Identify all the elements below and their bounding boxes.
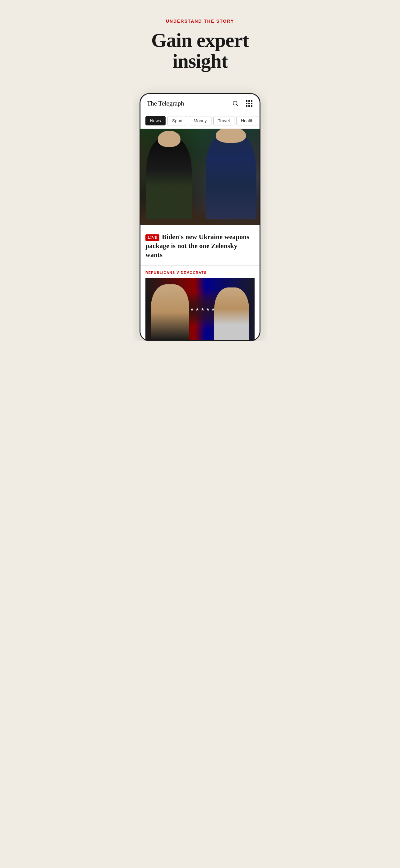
svg-line-1 — [237, 105, 238, 106]
tab-sport[interactable]: Sport — [167, 116, 187, 125]
tab-travel[interactable]: Travel — [213, 116, 234, 125]
article-1-content: LIVEBiden's new Ukraine weapons package … — [140, 225, 260, 266]
hero-section: UNDERSTAND THE STORY Gain expert insight — [133, 0, 267, 84]
article-1-headline: LIVEBiden's new Ukraine weapons package … — [145, 232, 255, 259]
article-2[interactable]: REPUBLICANS V DEMOCRATS ★ ★ ★ ★ ★ ★ — [140, 266, 260, 340]
hero-title: Gain expert insight — [143, 30, 257, 71]
live-badge: LIVE — [145, 235, 159, 241]
nav-tabs: News Sport Money Travel Health Podcasts — [140, 113, 260, 129]
person-left-figure — [146, 137, 192, 219]
hero-subtitle: UNDERSTAND THE STORY — [143, 19, 257, 24]
phone-mockup: The Telegraph — [139, 93, 261, 341]
grid-icon — [246, 100, 252, 106]
article-2-label: REPUBLICANS V DEMOCRATS — [145, 271, 255, 274]
face-right-figure — [214, 287, 249, 340]
article-1[interactable]: LIVEBiden's new Ukraine weapons package … — [140, 129, 260, 266]
phone-header: The Telegraph — [140, 94, 260, 113]
telegraph-logo: The Telegraph — [147, 99, 184, 107]
header-icons — [231, 99, 253, 108]
article-2-image: ★ ★ ★ ★ ★ ★ — [145, 278, 255, 340]
search-button[interactable] — [231, 99, 240, 108]
tab-money[interactable]: Money — [189, 116, 211, 125]
face-left-figure — [151, 284, 189, 340]
svg-point-0 — [233, 101, 237, 105]
tab-news[interactable]: News — [145, 116, 166, 125]
grid-menu-button[interactable] — [245, 99, 253, 108]
person-right-figure — [206, 132, 256, 219]
search-icon — [232, 100, 239, 107]
tab-health[interactable]: Health — [236, 116, 258, 125]
article-1-image — [140, 129, 260, 225]
